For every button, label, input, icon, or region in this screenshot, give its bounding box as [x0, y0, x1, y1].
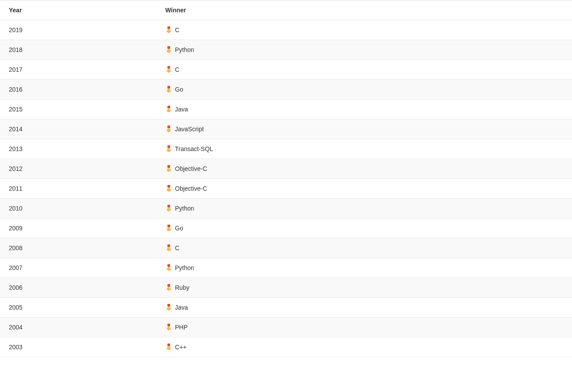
cell-year: 2008: [0, 238, 156, 258]
award-medal-icon: [165, 165, 172, 172]
svg-rect-76: [168, 324, 170, 326]
cell-winner: Java: [156, 100, 572, 119]
winner-label: Ruby: [175, 284, 189, 291]
cell-year: 2006: [0, 278, 156, 298]
winner-label: JavaScript: [175, 126, 204, 133]
cell-winner: Go: [156, 80, 572, 100]
cell-year: 2014: [0, 119, 156, 139]
svg-rect-66: [168, 285, 170, 287]
cell-winner: Ruby: [156, 278, 572, 298]
cell-year: 2010: [0, 199, 156, 218]
award-medal-icon: [165, 264, 172, 271]
svg-rect-21: [168, 106, 170, 108]
award-medal-icon: [165, 244, 172, 251]
winner-label: Objective-C: [175, 185, 207, 192]
cell-winner: C: [156, 60, 572, 80]
winner-label: Python: [175, 264, 194, 271]
award-medal-icon: [165, 344, 172, 351]
winner-label: Go: [175, 225, 183, 232]
award-medal-icon: [165, 284, 172, 291]
cell-year: 2013: [0, 139, 156, 159]
svg-rect-11: [168, 67, 170, 69]
svg-rect-56: [168, 245, 170, 247]
svg-rect-61: [168, 265, 170, 267]
cell-winner: Java: [156, 298, 572, 318]
winner-label: C: [175, 244, 179, 251]
cell-winner: Python: [156, 199, 572, 218]
cell-winner: Objective-C: [156, 159, 572, 179]
cell-year: 2011: [0, 179, 156, 199]
table-row: 2017 C: [0, 60, 572, 80]
winner-label: Java: [175, 304, 188, 311]
award-medal-icon: [165, 145, 172, 152]
table-row: 2015 Java: [0, 100, 572, 119]
cell-winner: Objective-C: [156, 179, 572, 199]
cell-winner: Transact-SQL: [156, 139, 572, 159]
svg-rect-71: [168, 304, 170, 307]
award-medal-icon: [165, 126, 172, 133]
column-header-year: Year: [0, 0, 156, 20]
cell-year: 2004: [0, 318, 156, 337]
award-medal-icon: [165, 185, 172, 192]
cell-year: 2007: [0, 258, 156, 278]
winner-label: Go: [175, 86, 183, 93]
table-row: 2013 Transact-SQL: [0, 139, 572, 159]
award-medal-icon: [165, 225, 172, 232]
award-medal-icon: [165, 304, 172, 311]
cell-winner: Python: [156, 40, 572, 60]
cell-winner: Go: [156, 218, 572, 238]
cell-winner: PHP: [156, 318, 572, 337]
winner-label: Transact-SQL: [175, 145, 213, 152]
table-row: 2004 PHP: [0, 318, 572, 337]
award-medal-icon: [165, 66, 172, 73]
winner-label: C: [175, 66, 179, 73]
cell-year: 2015: [0, 100, 156, 119]
cell-year: 2018: [0, 40, 156, 60]
winner-label: Java: [175, 106, 188, 113]
cell-winner: Python: [156, 258, 572, 278]
winner-label: Objective-C: [175, 165, 207, 172]
svg-rect-31: [168, 146, 170, 148]
cell-winner: C: [156, 20, 572, 40]
svg-rect-46: [168, 205, 170, 207]
winner-label: C++: [175, 344, 186, 351]
table-row: 2016 Go: [0, 80, 572, 100]
table-row: 2003 C++: [0, 337, 572, 357]
svg-rect-1: [168, 27, 170, 29]
award-medal-icon: [165, 106, 172, 113]
cell-year: 2016: [0, 80, 156, 100]
winners-table: Year Winner 2019 C2018 Python2017 C2016 …: [0, 0, 572, 357]
table-row: 2014 JavaScript: [0, 119, 572, 139]
table-row: 2007 Python: [0, 258, 572, 278]
cell-year: 2012: [0, 159, 156, 179]
svg-rect-41: [168, 185, 170, 188]
award-medal-icon: [165, 324, 172, 331]
column-header-winner: Winner: [156, 0, 572, 20]
cell-year: 2019: [0, 20, 156, 40]
svg-rect-51: [168, 225, 170, 227]
winner-label: Python: [175, 205, 194, 212]
table-row: 2005 Java: [0, 298, 572, 318]
winner-label: Python: [175, 46, 194, 53]
cell-winner: C++: [156, 337, 572, 357]
winner-label: C: [175, 26, 179, 33]
table-row: 2010 Python: [0, 199, 572, 218]
table-row: 2018 Python: [0, 40, 572, 60]
cell-year: 2009: [0, 218, 156, 238]
award-medal-icon: [165, 205, 172, 212]
table-header-row: Year Winner: [0, 0, 572, 20]
cell-winner: C: [156, 238, 572, 258]
svg-rect-81: [168, 344, 170, 346]
svg-rect-36: [168, 166, 170, 168]
table-row: 2019 C: [0, 20, 572, 40]
svg-rect-6: [168, 47, 170, 49]
award-medal-icon: [165, 86, 172, 93]
cell-year: 2017: [0, 60, 156, 80]
table-row: 2009 Go: [0, 218, 572, 238]
cell-winner: JavaScript: [156, 119, 572, 139]
award-medal-icon: [165, 26, 172, 33]
svg-rect-26: [168, 126, 170, 128]
table-row: 2008 C: [0, 238, 572, 258]
winner-label: PHP: [175, 324, 188, 331]
award-medal-icon: [165, 46, 172, 53]
